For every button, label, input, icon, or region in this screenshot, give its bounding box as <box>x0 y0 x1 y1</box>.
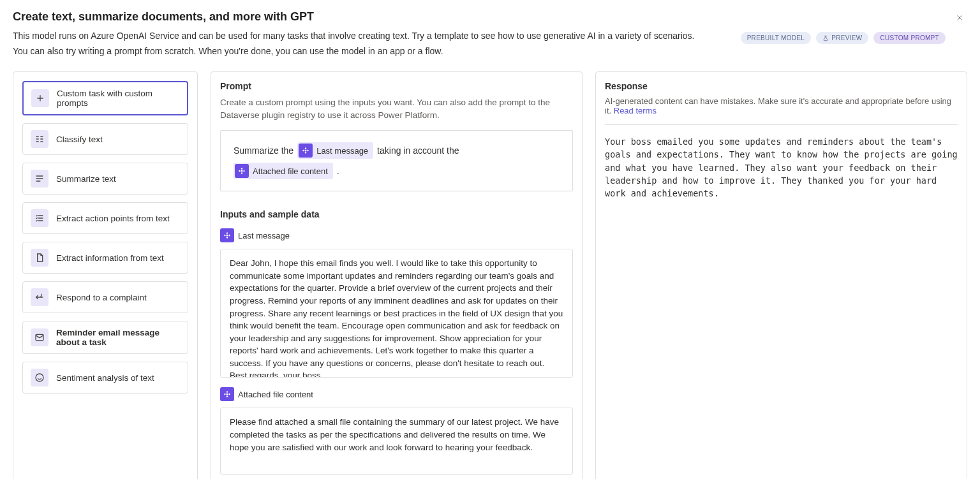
input-label-attached-file: Attached file content <box>220 387 313 401</box>
reply-icon <box>31 288 48 306</box>
smile-icon <box>31 369 48 387</box>
svg-point-1 <box>36 374 43 381</box>
sidebar-item-respond-complaint[interactable]: Respond to a complaint <box>22 281 188 313</box>
pill-preview: PREVIEW <box>816 32 868 44</box>
sidebar-item-label: Respond to a complaint <box>56 293 147 302</box>
variable-icon <box>299 144 313 158</box>
response-panel: Response AI-generated content can have m… <box>595 71 967 479</box>
input-label-text: Attached file content <box>238 390 313 399</box>
prompt-panel: Prompt Create a custom prompt using the … <box>211 71 583 479</box>
flask-icon <box>822 35 829 41</box>
sidebar-item-label: Summarize text <box>56 174 116 184</box>
prompt-text-segment: . <box>337 166 339 176</box>
sidebar-item-classify[interactable]: Classify text <box>22 123 188 155</box>
response-body: Your boss emailed you some updates and r… <box>605 135 958 200</box>
sidebar-item-extract-actions[interactable]: Extract action points from text <box>22 202 188 234</box>
task-list-panel: Custom task with custom prompts Classify… <box>13 71 198 479</box>
sidebar-item-extract-info[interactable]: Extract information from text <box>22 242 188 274</box>
svg-point-4 <box>226 235 228 237</box>
variable-icon <box>220 387 234 401</box>
prompt-text-segment: Summarize the <box>234 145 293 156</box>
document-icon <box>31 249 48 267</box>
input-label-last-message: Last message <box>220 228 290 242</box>
input-textarea-attached-file[interactable] <box>220 408 573 474</box>
variable-chip-last-message[interactable]: Last message <box>297 142 373 159</box>
variable-chip-label: Last message <box>316 146 368 156</box>
sidebar-item-label: Reminder email message about a task <box>56 328 180 347</box>
input-label-text: Last message <box>238 231 290 240</box>
sidebar-item-label: Extract information from text <box>56 253 164 263</box>
list-icon <box>31 170 48 188</box>
tag-pills: PREBUILT MODEL PREVIEW CUSTOM PROMPT <box>741 32 946 44</box>
input-textarea-last-message[interactable] <box>220 249 573 378</box>
sidebar-item-label: Custom task with custom prompts <box>57 89 179 108</box>
dialog-header: Create text, summarize documents, and mo… <box>13 10 967 60</box>
mail-check-icon <box>31 328 48 346</box>
response-hint: AI-generated content can have mistakes. … <box>605 96 958 125</box>
columns-icon <box>31 130 48 148</box>
prompt-description: Create a custom prompt using the inputs … <box>220 96 573 121</box>
pill-preview-label: PREVIEW <box>831 34 862 41</box>
variable-icon <box>235 164 249 178</box>
page-subtitle-1: This model runs on Azure OpenAI Service … <box>13 30 741 43</box>
checklist-icon <box>31 209 48 227</box>
sidebar-item-label: Sentiment analysis of text <box>56 373 154 383</box>
inputs-heading: Inputs and sample data <box>220 209 573 219</box>
close-icon <box>955 13 964 22</box>
variable-chip-label: Attached file content <box>253 166 328 176</box>
sidebar-item-label: Extract action points from text <box>56 214 170 223</box>
svg-point-3 <box>241 170 243 172</box>
input-group-last-message: Last message <box>220 228 573 380</box>
pill-prebuilt-model: PREBUILT MODEL <box>741 32 812 44</box>
svg-point-2 <box>305 150 307 152</box>
sidebar-item-label: Classify text <box>56 135 103 144</box>
prompt-text-segment: taking in account the <box>377 145 459 156</box>
variable-icon <box>220 228 234 242</box>
prompt-heading: Prompt <box>220 81 573 91</box>
input-group-attached-file: Attached file content <box>220 387 573 476</box>
plus-icon <box>31 89 49 107</box>
read-terms-link[interactable]: Read terms <box>614 106 657 115</box>
sidebar-item-custom-task[interactable]: Custom task with custom prompts <box>22 81 188 115</box>
page-subtitle-2: You can also try writing a prompt from s… <box>13 45 741 58</box>
svg-point-5 <box>226 394 228 395</box>
pill-custom-prompt: CUSTOM PROMPT <box>873 32 946 44</box>
response-hint-text: AI-generated content can have mistakes. … <box>605 96 951 115</box>
sidebar-item-reminder-email[interactable]: Reminder email message about a task <box>22 321 188 354</box>
variable-chip-attached-file[interactable]: Attached file content <box>234 163 333 179</box>
response-heading: Response <box>605 81 958 91</box>
close-button[interactable] <box>952 10 967 26</box>
prompt-editor[interactable]: Summarize the Last message taking in acc… <box>220 130 573 191</box>
sidebar-item-summarize[interactable]: Summarize text <box>22 163 188 195</box>
page-title: Create text, summarize documents, and mo… <box>13 10 741 24</box>
sidebar-item-sentiment[interactable]: Sentiment analysis of text <box>22 362 188 394</box>
